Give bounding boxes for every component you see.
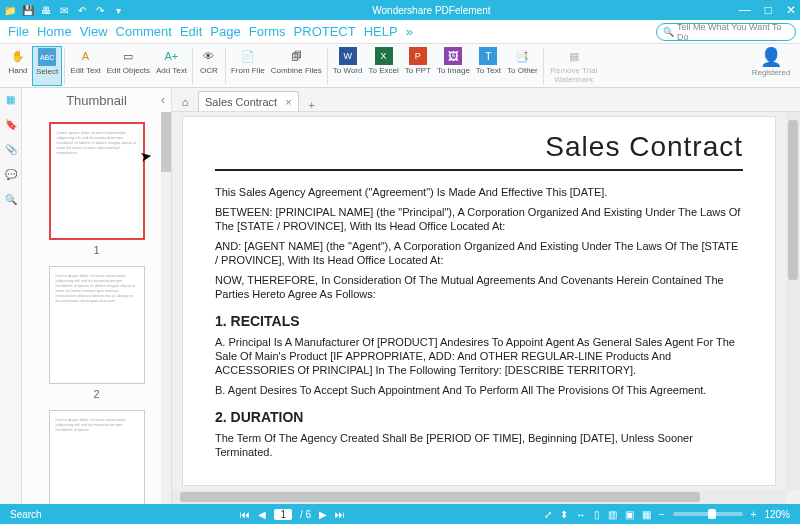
combine-label: Combine Files <box>271 66 322 75</box>
single-page-icon[interactable]: ▯ <box>594 509 600 520</box>
hand-tool[interactable]: ✋Hand <box>4 46 32 86</box>
minimize-button[interactable]: — <box>739 3 751 17</box>
zoom-slider[interactable] <box>673 512 743 516</box>
vertical-scrollbar[interactable] <box>786 112 800 490</box>
mail-icon[interactable]: ✉ <box>58 4 70 16</box>
thumbnail-page-1[interactable]: Lorem ipsum dolor sit amet consectetur a… <box>49 122 145 240</box>
v-scroll-handle[interactable] <box>788 120 798 280</box>
menu-overflow[interactable]: » <box>402 22 417 41</box>
doc-para: NOW, THEREFORE, In Consideration Of The … <box>215 273 743 301</box>
zoom-level[interactable]: 120% <box>764 509 790 520</box>
ocr-icon: 👁 <box>200 47 218 65</box>
separator <box>225 48 226 84</box>
status-bar: Search ⏮ ◀ 1 / 6 ▶ ⏭ ⤢ ⬍ ↔ ▯ ▥ ▣ ▦ − + 1… <box>0 504 800 524</box>
add-text-tool[interactable]: A+Add Text <box>153 46 190 86</box>
to-ppt-tool[interactable]: PTo PPT <box>402 46 434 86</box>
page-number-input[interactable]: 1 <box>274 509 292 520</box>
print-icon[interactable]: 🖶 <box>40 4 52 16</box>
text-icon: T <box>479 47 497 65</box>
status-search[interactable]: Search <box>10 509 42 520</box>
folder-icon[interactable]: 📁 <box>4 4 16 16</box>
menu-forms[interactable]: Forms <box>245 22 290 41</box>
zoom-out-icon[interactable]: − <box>659 509 665 520</box>
attachments-tab-icon[interactable]: 📎 <box>5 144 17 155</box>
thumbnail-list: Lorem ipsum dolor sit amet consectetur a… <box>22 112 171 504</box>
menu-protect[interactable]: PROTECT <box>290 22 360 41</box>
to-text-tool[interactable]: TTo Text <box>473 46 504 86</box>
tell-me-search[interactable]: Tell Me What You Want To Do <box>656 23 796 41</box>
continuous-icon[interactable]: ▥ <box>608 509 617 520</box>
menu-comment[interactable]: Comment <box>112 22 176 41</box>
fit-height-icon[interactable]: ⬍ <box>560 509 568 520</box>
thumbnail-scroll-handle[interactable] <box>161 112 171 172</box>
menu-page[interactable]: Page <box>206 22 244 41</box>
edit-objects-tool[interactable]: ▭Edit Objects <box>104 46 153 86</box>
search-tab-icon[interactable]: 🔍 <box>5 194 17 205</box>
save-icon[interactable]: 💾 <box>22 4 34 16</box>
edit-text-tool[interactable]: AEdit Text <box>67 46 104 86</box>
horizontal-scrollbar[interactable] <box>172 490 786 504</box>
h-scroll-handle[interactable] <box>180 492 700 502</box>
facing-icon[interactable]: ▣ <box>625 509 634 520</box>
thumbnail-2-label: 2 <box>22 388 171 400</box>
menu-help[interactable]: HELP <box>360 22 402 41</box>
fit-page-icon[interactable]: ⤢ <box>544 509 552 520</box>
to-image-tool[interactable]: 🖼To Image <box>434 46 473 86</box>
separator <box>543 48 544 84</box>
home-tab-icon[interactable]: ⌂ <box>176 93 194 111</box>
bookmarks-tab-icon[interactable]: 🔖 <box>5 119 17 130</box>
redo-icon[interactable]: ↷ <box>94 4 106 16</box>
ocr-tool[interactable]: 👁OCR <box>195 46 223 86</box>
last-page-icon[interactable]: ⏭ <box>335 509 345 520</box>
remove-watermark-tool[interactable]: ▦Remove Trial Watermark <box>546 46 602 86</box>
facing-continuous-icon[interactable]: ▦ <box>642 509 651 520</box>
document-tab[interactable]: Sales Contract × <box>198 91 299 111</box>
menu-home[interactable]: Home <box>33 22 76 41</box>
thumbnail-page-2[interactable]: Lorem ipsum dolor sit amet consectetur a… <box>49 266 145 384</box>
doc-title: Sales Contract <box>215 131 743 163</box>
thumbnails-tab-icon[interactable]: ▦ <box>6 94 15 105</box>
prev-page-icon[interactable]: ◀ <box>258 509 266 520</box>
undo-icon[interactable]: ↶ <box>76 4 88 16</box>
edit-text-label: Edit Text <box>70 66 101 75</box>
select-label: Select <box>36 67 58 76</box>
edit-text-icon: A <box>77 47 95 65</box>
doc-para: This Sales Agency Agreement ("Agreement"… <box>215 185 743 199</box>
document-page[interactable]: Sales Contract This Sales Agency Agreeme… <box>182 116 776 486</box>
register-button[interactable]: 👤Registered <box>746 46 796 77</box>
to-excel-tool[interactable]: XTo Excel <box>365 46 401 86</box>
next-page-icon[interactable]: ▶ <box>319 509 327 520</box>
new-tab-icon[interactable]: + <box>309 99 315 111</box>
select-tool[interactable]: ABCSelect <box>32 46 62 86</box>
edit-objects-icon: ▭ <box>119 47 137 65</box>
title-rule <box>215 169 743 171</box>
menu-bar: File Home View Comment Edit Page Forms P… <box>0 20 800 44</box>
thumbnail-scrollbar[interactable] <box>161 112 171 504</box>
edit-objects-label: Edit Objects <box>107 66 150 75</box>
menu-file[interactable]: File <box>4 22 33 41</box>
comments-tab-icon[interactable]: 💬 <box>5 169 17 180</box>
menu-view[interactable]: View <box>76 22 112 41</box>
other-icon: 📑 <box>513 47 531 65</box>
qat-dropdown-icon[interactable]: ▾ <box>112 4 124 16</box>
doc-para: B. Agent Desires To Accept Such Appointm… <box>215 383 743 397</box>
maximize-button[interactable]: □ <box>765 3 772 17</box>
close-button[interactable]: ✕ <box>786 3 796 17</box>
zoom-in-icon[interactable]: + <box>751 509 757 520</box>
quick-access-toolbar: 📁 💾 🖶 ✉ ↶ ↷ ▾ <box>4 4 124 16</box>
add-text-icon: A+ <box>162 47 180 65</box>
collapse-panel-icon[interactable]: ‹ <box>161 93 165 107</box>
app-title: Wondershare PDFelement <box>124 5 739 16</box>
thumbnail-1-label: 1 <box>22 244 171 256</box>
to-other-tool[interactable]: 📑To Other <box>504 46 541 86</box>
fit-width-icon[interactable]: ↔ <box>576 509 586 520</box>
to-word-tool[interactable]: WTo Word <box>330 46 366 86</box>
tab-label: Sales Contract <box>205 96 277 108</box>
menu-edit[interactable]: Edit <box>176 22 206 41</box>
combine-tool[interactable]: 🗐Combine Files <box>268 46 325 86</box>
from-file-tool[interactable]: 📄From File <box>228 46 268 86</box>
thumbnail-page-3[interactable]: Lorem ipsum dolor sit amet consectetur a… <box>49 410 145 504</box>
excel-icon: X <box>375 47 393 65</box>
tab-close-icon[interactable]: × <box>285 96 291 108</box>
first-page-icon[interactable]: ⏮ <box>240 509 250 520</box>
